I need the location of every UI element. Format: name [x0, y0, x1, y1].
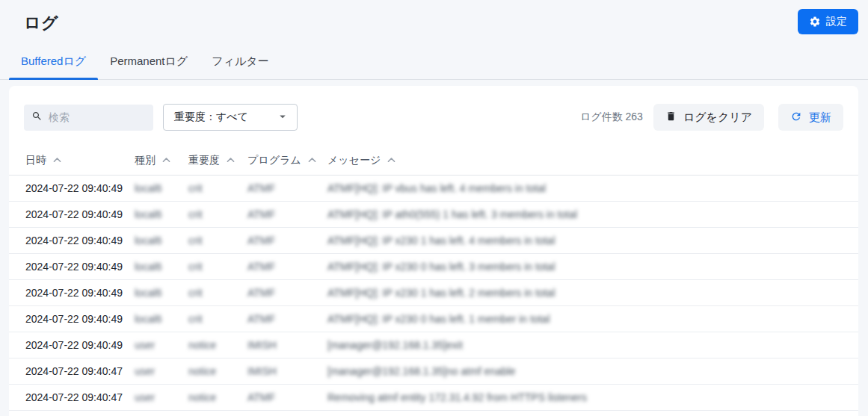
refresh-icon [790, 111, 802, 125]
cell-program: ATMF [238, 280, 318, 306]
sort-asc-icon[interactable] [387, 153, 395, 165]
cell-severity: notice [179, 358, 238, 385]
cell-program: ATMF [238, 254, 318, 280]
log-table-body: 2024-07-22 09:40:49 local6 crit ATMF ATM… [9, 176, 858, 411]
page-header: ログ 設定 [0, 0, 868, 34]
cell-program: IMISH [238, 358, 318, 385]
column-header-message[interactable]: メッセージ [318, 147, 858, 176]
log-table-header-row: 日時 種別 重要度 プログラム メッセージ [9, 147, 858, 176]
cell-program: ATMF [238, 306, 318, 332]
sort-asc-icon[interactable] [53, 153, 61, 165]
cell-message: ATMF[HQ]: IP ath0(555) 1 has left. 3 mem… [318, 202, 858, 228]
tab-buffered-log[interactable]: Bufferedログ [9, 45, 98, 79]
cell-message: [manager@192.168.1.35]no atmf enable [318, 358, 858, 385]
cell-facility: user [126, 332, 179, 358]
refresh-label: 更新 [809, 111, 831, 125]
search-icon [31, 111, 43, 125]
settings-button-label: 設定 [826, 15, 847, 28]
log-count-value: 263 [626, 111, 643, 122]
table-row[interactable]: 2024-07-22 09:40:49 local6 crit ATMF ATM… [9, 228, 858, 254]
cell-facility: local6 [126, 280, 179, 306]
cell-datetime: 2024-07-22 09:40:49 [9, 280, 126, 306]
cell-severity: notice [179, 385, 238, 411]
cell-severity: crit [179, 176, 238, 202]
tab-bar: Bufferedログ Permanentログ フィルター [0, 45, 868, 80]
trash-icon [665, 111, 677, 124]
cell-severity: crit [179, 280, 238, 306]
cell-datetime: 2024-07-22 09:40:49 [9, 306, 126, 332]
table-row[interactable]: 2024-07-22 09:40:47 user notice IMISH [m… [9, 358, 858, 385]
search-input[interactable] [49, 111, 146, 123]
settings-button[interactable]: 設定 [798, 9, 858, 34]
cell-program: ATMF [238, 176, 318, 202]
gear-icon [809, 16, 821, 28]
cell-message: ATMF[HQ]: IP vbus has left. 4 members in… [318, 176, 858, 202]
page-title: ログ [24, 9, 58, 34]
column-header-facility[interactable]: 種別 [126, 147, 179, 176]
cell-datetime: 2024-07-22 09:40:49 [9, 176, 126, 202]
cell-program: IMISH [238, 332, 318, 358]
clear-logs-button[interactable]: ログをクリア [653, 104, 764, 131]
column-header-datetime[interactable]: 日時 [9, 147, 126, 176]
cell-facility: local6 [126, 176, 179, 202]
column-header-severity[interactable]: 重要度 [179, 147, 238, 176]
cell-facility: local6 [126, 254, 179, 280]
refresh-button[interactable]: 更新 [778, 104, 843, 131]
chevron-down-icon [276, 110, 289, 125]
column-header-program[interactable]: プログラム [238, 147, 318, 176]
tab-permanent-log[interactable]: Permanentログ [98, 45, 200, 79]
table-row[interactable]: 2024-07-22 09:40:49 local6 crit ATMF ATM… [9, 280, 858, 306]
cell-message: Removing atmf entity 172.31.4.92 from HT… [318, 385, 858, 411]
cell-severity: crit [179, 254, 238, 280]
cell-program: ATMF [238, 202, 318, 228]
cell-message: [manager@192.168.1.35]exit [318, 332, 858, 358]
search-box[interactable] [24, 105, 153, 131]
log-table: 日時 種別 重要度 プログラム メッセージ 2024-07-22 09:40:4… [9, 147, 858, 411]
severity-filter-value: 重要度：すべて [174, 111, 248, 124]
cell-datetime: 2024-07-22 09:40:47 [9, 385, 126, 411]
cell-program: ATMF [238, 228, 318, 254]
cell-severity: crit [179, 202, 238, 228]
table-row[interactable]: 2024-07-22 09:40:49 local6 crit ATMF ATM… [9, 176, 858, 202]
cell-facility: user [126, 358, 179, 385]
cell-severity: notice [179, 332, 238, 358]
table-row[interactable]: 2024-07-22 09:40:47 user notice ATMF Rem… [9, 385, 858, 411]
clear-logs-label: ログをクリア [683, 111, 752, 125]
sort-asc-icon[interactable] [227, 153, 235, 165]
log-panel: 重要度：すべて ログ件数 263 ログをクリア 更新 日時 [9, 86, 858, 416]
table-row[interactable]: 2024-07-22 09:40:49 local6 crit ATMF ATM… [9, 254, 858, 280]
cell-datetime: 2024-07-22 09:40:49 [9, 228, 126, 254]
cell-datetime: 2024-07-22 09:40:49 [9, 332, 126, 358]
cell-facility: local6 [126, 306, 179, 332]
cell-severity: crit [179, 228, 238, 254]
tab-filter[interactable]: フィルター [200, 45, 280, 79]
table-row[interactable]: 2024-07-22 09:40:49 local6 crit ATMF ATM… [9, 202, 858, 228]
severity-filter-select[interactable]: 重要度：すべて [163, 104, 298, 131]
table-row[interactable]: 2024-07-22 09:40:49 user notice IMISH [m… [9, 332, 858, 358]
log-count: ログ件数 263 [580, 111, 643, 124]
cell-datetime: 2024-07-22 09:40:49 [9, 202, 126, 228]
sort-asc-icon[interactable] [162, 153, 170, 165]
cell-facility: local6 [126, 228, 179, 254]
cell-facility: user [126, 385, 179, 411]
cell-datetime: 2024-07-22 09:40:49 [9, 254, 126, 280]
cell-severity: crit [179, 306, 238, 332]
cell-message: ATMF[HQ]: IP x230 0 has left. 3 members … [318, 254, 858, 280]
cell-program: ATMF [238, 385, 318, 411]
cell-datetime: 2024-07-22 09:40:47 [9, 358, 126, 385]
table-row[interactable]: 2024-07-22 09:40:49 local6 crit ATMF ATM… [9, 306, 858, 332]
log-count-label: ログ件数 [580, 111, 623, 122]
cell-facility: local6 [126, 202, 179, 228]
cell-message: ATMF[HQ]: IP x230 1 has left. 4 members … [318, 228, 858, 254]
cell-message: ATMF[HQ]: IP x230 1 has left. 2 members … [318, 280, 858, 306]
log-toolbar: 重要度：すべて ログ件数 263 ログをクリア 更新 [9, 86, 858, 131]
sort-asc-icon[interactable] [308, 153, 316, 165]
cell-message: ATMF[HQ]: IP x230 0 has left. 1 member i… [318, 306, 858, 332]
